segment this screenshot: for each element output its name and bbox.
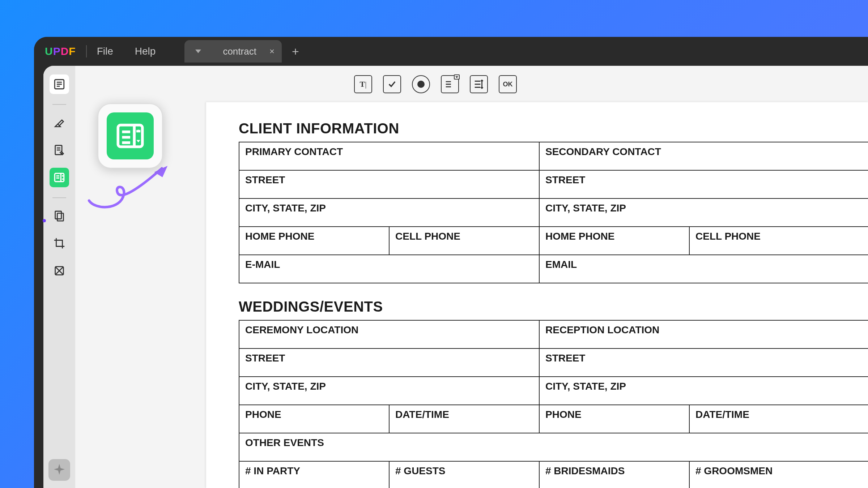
section-heading-client: CLIENT INFORMATION	[239, 120, 868, 137]
document-page: CLIENT INFORMATION PRIMARY CONTACT SECON…	[206, 102, 868, 488]
content-area: T| OK	[43, 66, 868, 488]
tab-dropdown-icon[interactable]	[195, 50, 201, 53]
field-street-primary[interactable]: STREET	[239, 170, 539, 198]
field-reception-location[interactable]: RECEPTION LOCATION	[539, 320, 868, 348]
field-citystatezip-secondary[interactable]: CITY, STATE, ZIP	[539, 198, 868, 227]
field-citystatezip-reception[interactable]: CITY, STATE, ZIP	[539, 377, 868, 405]
field-datetime-ceremony[interactable]: DATE/TIME	[389, 405, 539, 433]
form-tool-callout-inner	[107, 112, 154, 159]
edit-page-icon	[53, 144, 65, 156]
radio-dot-icon	[417, 81, 425, 88]
document-tab[interactable]: contract ×	[184, 40, 282, 63]
new-tab-button[interactable]: +	[292, 44, 299, 59]
button-tool[interactable]: OK	[499, 75, 517, 93]
field-home-phone-primary[interactable]: HOME PHONE	[239, 227, 389, 255]
form-field-toolbar: T| OK	[75, 70, 868, 98]
svg-marker-29	[136, 140, 140, 142]
tab-label: contract	[223, 46, 256, 57]
form-icon	[114, 120, 146, 152]
weddings-events-table: CEREMONY LOCATION RECEPTION LOCATION STR…	[239, 320, 868, 488]
field-email-primary[interactable]: E-MAIL	[239, 255, 539, 283]
active-tool-indicator	[43, 219, 46, 222]
svg-rect-12	[57, 213, 63, 221]
reader-icon	[53, 78, 65, 90]
field-cell-phone-primary[interactable]: CELL PHONE	[389, 227, 539, 255]
ai-tool-button[interactable]	[48, 459, 70, 481]
organize-tool-button[interactable]	[50, 206, 69, 226]
field-phone-ceremony[interactable]: PHONE	[239, 405, 389, 433]
titlebar-separator	[86, 45, 87, 57]
check-icon	[387, 79, 397, 89]
rail-divider	[52, 197, 66, 198]
field-bridesmaids[interactable]: # BRIDESMAIDS	[539, 461, 689, 488]
field-street-secondary[interactable]: STREET	[539, 170, 868, 198]
reader-tool-button[interactable]	[50, 74, 69, 94]
radio-tool[interactable]	[412, 75, 430, 93]
tab-close-button[interactable]: ×	[269, 46, 275, 56]
form-tool-callout	[98, 103, 163, 168]
listbox-tool[interactable]	[470, 75, 488, 93]
form-icon	[53, 171, 65, 184]
left-rail	[43, 66, 75, 488]
field-street-ceremony[interactable]: STREET	[239, 348, 539, 377]
annotate-tool-button[interactable]	[50, 113, 69, 132]
field-home-phone-secondary[interactable]: HOME PHONE	[539, 227, 689, 255]
field-cell-phone-secondary[interactable]: CELL PHONE	[689, 227, 868, 255]
menu-help[interactable]: Help	[135, 46, 156, 57]
checkbox-tool[interactable]	[383, 75, 401, 93]
field-groomsmen[interactable]: # GROOMSMEN	[689, 461, 868, 488]
field-primary-contact[interactable]: PRIMARY CONTACT	[239, 142, 539, 170]
text-field-tool[interactable]: T|	[354, 75, 372, 93]
field-in-party[interactable]: # IN PARTY	[239, 461, 389, 488]
sparkle-icon	[52, 463, 67, 477]
menu-file[interactable]: File	[97, 46, 113, 57]
field-citystatezip-primary[interactable]: CITY, STATE, ZIP	[239, 198, 539, 227]
pages-icon	[53, 210, 65, 222]
field-street-reception[interactable]: STREET	[539, 348, 868, 377]
section-heading-weddings: WEDDINGS/EVENTS	[239, 299, 868, 315]
field-other-events[interactable]: OTHER EVENTS	[239, 433, 868, 461]
redact-tool-button[interactable]	[50, 261, 69, 281]
field-datetime-reception[interactable]: DATE/TIME	[689, 405, 868, 433]
text-field-icon: T|	[359, 80, 366, 89]
listbox-icon	[473, 78, 485, 90]
field-secondary-contact[interactable]: SECONDARY CONTACT	[539, 142, 868, 170]
highlighter-icon	[53, 116, 65, 129]
edit-tool-button[interactable]	[50, 140, 69, 160]
titlebar: UPDF File Help contract × +	[34, 37, 868, 66]
field-email-secondary[interactable]: EMAIL	[539, 255, 868, 283]
crop-icon	[53, 237, 65, 249]
field-ceremony-location[interactable]: CEREMONY LOCATION	[239, 320, 539, 348]
form-tool-button[interactable]	[50, 168, 69, 187]
field-citystatezip-ceremony[interactable]: CITY, STATE, ZIP	[239, 377, 539, 405]
app-logo: UPDF	[45, 45, 76, 57]
document-viewport[interactable]: CLIENT INFORMATION PRIMARY CONTACT SECON…	[206, 102, 868, 488]
dropdown-icon	[444, 78, 456, 90]
ok-label: OK	[503, 81, 513, 88]
client-info-table: PRIMARY CONTACT SECONDARY CONTACT STREET…	[239, 142, 868, 283]
field-guests[interactable]: # GUESTS	[389, 461, 539, 488]
app-window: UPDF File Help contract × +	[34, 37, 868, 488]
svg-rect-11	[55, 211, 61, 219]
dropdown-tool[interactable]	[441, 75, 459, 93]
redact-icon	[53, 265, 65, 277]
callout-arrow-icon	[76, 163, 184, 213]
rail-divider	[52, 104, 66, 105]
field-phone-reception[interactable]: PHONE	[539, 405, 689, 433]
crop-tool-button[interactable]	[50, 234, 69, 253]
